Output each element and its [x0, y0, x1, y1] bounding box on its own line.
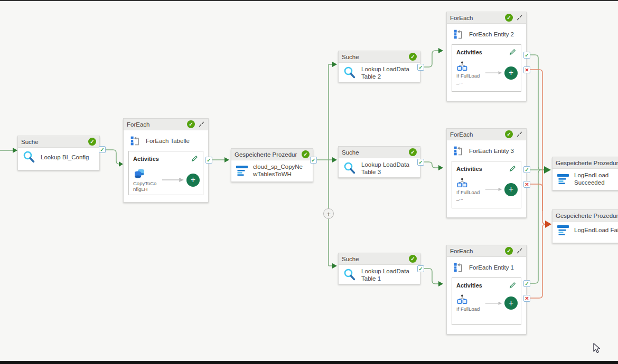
- inner-activity-name: CopyToConfigLH: [133, 181, 157, 193]
- check-glyph: ✓: [525, 53, 529, 58]
- inner-activity-if-condition[interactable]: If FullLoad_...: [456, 61, 483, 85]
- success-port[interactable]: ✓: [99, 146, 106, 153]
- check-glyph: ✓: [90, 139, 94, 145]
- inner-activity-if-condition[interactable]: If FullLoad: [456, 294, 483, 312]
- success-port[interactable]: ✓: [417, 265, 424, 272]
- foreach-icon: [453, 146, 464, 156]
- node-type-label: Gespeicherte Prozedur: [235, 151, 298, 158]
- status-succeeded-icon: ✓: [505, 130, 513, 138]
- edit-pencil-icon[interactable]: [509, 165, 517, 173]
- node-type-label: ForEach: [450, 15, 502, 21]
- activities-panel[interactable]: Activities If FullLoad_... +: [452, 161, 521, 208]
- activities-panel[interactable]: Activities If FullLoad +: [452, 277, 521, 325]
- activity-name: LogEndLoad Succeeded: [574, 171, 613, 187]
- activities-label: Activities: [456, 282, 482, 289]
- success-port[interactable]: ✓: [417, 159, 424, 166]
- failure-port[interactable]: ✕: [523, 66, 530, 73]
- collapse-icon[interactable]: [198, 121, 205, 128]
- lookup-icon: [343, 66, 357, 80]
- copy-data-icon: [133, 168, 146, 179]
- if-condition-icon: [456, 178, 468, 188]
- collapse-icon[interactable]: [516, 14, 523, 21]
- activity-node-logendload-failed[interactable]: Gespeicherte Prozedur ✓ LogEndLoad Faile…: [552, 209, 618, 243]
- activities-panel[interactable]: Activities CopyToConfigLH +: [128, 151, 203, 195]
- activity-name: Lookup LoadData Table 1: [361, 267, 411, 283]
- edge-add-button[interactable]: +: [323, 208, 334, 219]
- check-glyph: ✓: [525, 281, 529, 286]
- node-header: Suche ✓: [18, 136, 99, 148]
- activity-node-foreach-entity3[interactable]: ForEach ✓ ForEach Entity 3 Activities If…: [446, 128, 527, 218]
- activity-node-lookup-table3[interactable]: Suche ✓ Lookup LoadData Table 3: [338, 146, 420, 178]
- success-port[interactable]: ✓: [205, 157, 212, 164]
- activities-panel[interactable]: Activities If FullLoad_... +: [452, 44, 521, 92]
- sequence-arrow-icon: [485, 300, 502, 306]
- activity-node-foreach-entity1[interactable]: ForEach ✓ ForEach Entity 1 Activities If…: [446, 245, 527, 334]
- node-type-label: ForEach: [450, 131, 502, 138]
- add-activity-button[interactable]: +: [504, 296, 518, 310]
- edit-pencil-icon[interactable]: [509, 281, 517, 289]
- activity-node-logendload-succeeded[interactable]: Gespeicherte Prozedur ✓ LogEndLoad Succe…: [552, 157, 618, 190]
- sequence-arrow-icon: [162, 177, 184, 183]
- success-port[interactable]: ✓: [310, 157, 317, 164]
- success-port[interactable]: ✓: [523, 280, 530, 287]
- check-glyph: ✓: [189, 122, 193, 127]
- activity-node-lookup-table1[interactable]: Suche ✓ Lookup LoadData Table 1: [338, 253, 420, 284]
- node-type-label: ForEach: [450, 248, 502, 254]
- activities-label: Activities: [456, 49, 482, 55]
- success-port[interactable]: ✓: [523, 166, 530, 173]
- pipeline-canvas[interactable]: Suche ✓ Lookup BI_Config ForEach ✓ ForEa…: [0, 0, 618, 364]
- node-header: Suche ✓: [339, 253, 420, 265]
- failure-port[interactable]: ✕: [523, 181, 530, 188]
- edit-pencil-icon[interactable]: [509, 48, 517, 56]
- activity-name: ForEach Entity 1: [469, 264, 514, 271]
- node-header: ForEach ✓: [447, 129, 526, 140]
- foreach-icon: [453, 262, 464, 273]
- failure-port[interactable]: ✕: [523, 295, 530, 302]
- status-succeeded-icon: ✓: [409, 255, 417, 263]
- inner-activity-copy[interactable]: CopyToConfigLH: [133, 168, 160, 193]
- activity-node-foreach-tabelle[interactable]: ForEach ✓ ForEach Tabelle Activities Cop…: [123, 118, 209, 203]
- activity-name: cloud_sp_CopyNewTablesToWH: [253, 163, 306, 178]
- check-glyph: ✓: [507, 15, 511, 21]
- collapse-icon[interactable]: [516, 247, 523, 254]
- cross-glyph: ✕: [525, 68, 529, 73]
- activity-node-sp-copynew[interactable]: Gespeicherte Prozedur ✓ cloud_sp_CopyNew…: [231, 148, 313, 182]
- sequence-arrow-icon: [485, 186, 502, 193]
- node-type-label: Suche: [342, 256, 406, 262]
- plus-glyph: +: [509, 185, 513, 194]
- node-header: Gespeicherte Prozedur ✓: [553, 210, 618, 222]
- activity-node-foreach-entity2[interactable]: ForEach ✓ ForEach Entity 2 Activities If…: [446, 12, 527, 101]
- status-succeeded-icon: ✓: [505, 14, 513, 22]
- plus-glyph: +: [509, 69, 513, 77]
- inner-activity-name: If FullLoad: [456, 306, 483, 312]
- lookup-icon: [343, 161, 357, 175]
- success-port[interactable]: ✓: [417, 64, 424, 71]
- node-header: ForEach ✓: [447, 245, 526, 257]
- check-glyph: ✓: [410, 150, 415, 155]
- status-succeeded-icon: ✓: [409, 53, 417, 61]
- node-header: Suche ✓: [339, 51, 420, 63]
- activities-label: Activities: [133, 156, 159, 162]
- foreach-icon: [453, 29, 464, 40]
- check-glyph: ✓: [419, 160, 423, 165]
- foreach-icon: [130, 136, 141, 146]
- add-activity-button[interactable]: +: [504, 66, 518, 80]
- node-header: Suche ✓: [339, 147, 420, 158]
- activity-name: Lookup LoadData Table 3: [361, 161, 411, 176]
- check-glyph: ✓: [507, 132, 511, 137]
- activity-name: Lookup LoadData Table 2: [361, 65, 411, 81]
- activities-label: Activities: [456, 166, 482, 172]
- check-glyph: ✓: [312, 158, 316, 163]
- activity-node-lookup-table2[interactable]: Suche ✓ Lookup LoadData Table 2: [338, 51, 420, 82]
- activity-node-lookup-bi-config[interactable]: Suche ✓ Lookup BI_Config: [17, 136, 100, 170]
- status-succeeded-icon: ✓: [187, 120, 195, 128]
- add-activity-button[interactable]: +: [186, 174, 200, 187]
- add-activity-button[interactable]: +: [504, 183, 518, 196]
- success-port[interactable]: ✓: [523, 52, 530, 59]
- check-glyph: ✓: [419, 65, 423, 70]
- plus-glyph: +: [509, 299, 513, 308]
- status-succeeded-icon: ✓: [88, 138, 96, 146]
- edit-pencil-icon[interactable]: [191, 155, 199, 162]
- inner-activity-if-condition[interactable]: If FullLoad_...: [456, 178, 483, 202]
- collapse-icon[interactable]: [516, 131, 523, 138]
